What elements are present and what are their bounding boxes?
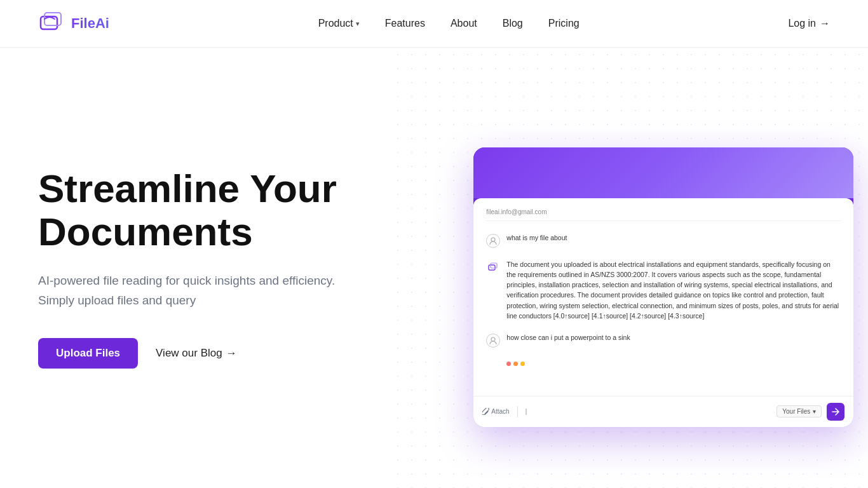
divider [517,406,518,417]
logo-text: FileAi [71,15,109,32]
app-email: fileai.info@gmail.com [486,208,841,221]
nav-product[interactable]: Product ▾ [318,18,360,29]
typing-dots [506,359,525,369]
chat-input[interactable]: | [526,408,772,415]
hero-left: Streamline Your Documents AI-powered fil… [38,167,473,407]
send-button[interactable] [827,403,844,421]
logo-icon [38,10,66,37]
header: FileAi Product ▾ Features About Blog Pri… [0,0,868,48]
chat-text-ai-1: The document you uploaded is about elect… [506,259,841,322]
nav-features[interactable]: Features [385,18,425,29]
nav-blog[interactable]: Blog [503,18,523,29]
attach-icon [482,408,489,415]
app-preview-card: fileai.info@gmail.com what is my file ab… [473,147,853,427]
app-card-body: fileai.info@gmail.com what is my file ab… [473,198,853,427]
hero-section: Streamline Your Documents AI-powered fil… [0,48,868,488]
user-avatar [486,234,500,248]
svg-rect-1 [44,13,61,25]
chat-typing-indicator [506,359,841,369]
svg-rect-3 [489,265,495,270]
chat-text-user-2: how close can i put a powerpoint to a si… [506,332,841,342]
hero-actions: Upload Files View our Blog → [38,338,473,369]
upload-files-button[interactable]: Upload Files [38,338,138,369]
file-select-dropdown[interactable]: Your Files ▾ [776,405,822,417]
send-icon [832,408,839,416]
svg-point-2 [491,238,495,241]
chat-message-ai-1: The document you uploaded is about elect… [486,259,841,322]
chat-message-user-2: how close can i put a powerpoint to a si… [486,332,841,348]
chat-message-user-1: what is my file about [486,233,841,248]
svg-point-5 [491,337,495,341]
hero-title: Streamline Your Documents [38,167,473,254]
app-input-bar: Attach | Your Files ▾ [473,396,853,427]
view-blog-link[interactable]: View our Blog → [156,347,237,360]
nav-pricing[interactable]: Pricing [548,18,580,29]
arrow-icon: → [820,18,830,29]
arrow-icon: → [226,347,237,360]
user-avatar-2 [486,334,500,348]
hero-subtitle: AI-powered file reading for quick insigh… [38,271,473,310]
chevron-down-icon: ▾ [813,408,816,415]
login-button[interactable]: Log in → [788,18,830,29]
chevron-down-icon: ▾ [356,20,360,28]
main-nav: Product ▾ Features About Blog Pricing [318,18,580,29]
nav-about[interactable]: About [451,18,477,29]
svg-rect-4 [491,263,497,268]
attach-button[interactable]: Attach [482,408,509,415]
hero-right: fileai.info@gmail.com what is my file ab… [473,147,853,427]
logo[interactable]: FileAi [38,10,109,37]
chat-text-user-1: what is my file about [506,233,841,243]
ai-icon [486,261,500,274]
app-card-top [473,147,853,198]
